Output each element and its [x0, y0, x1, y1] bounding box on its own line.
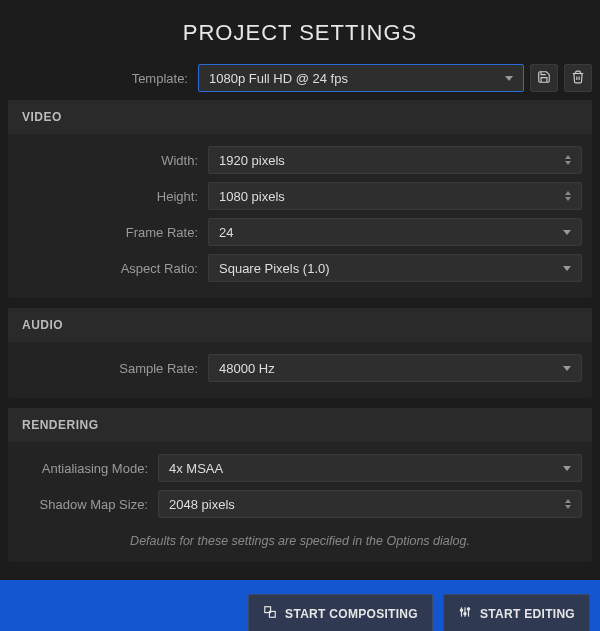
framerate-select[interactable]: 24 [208, 218, 582, 246]
samplerate-select[interactable]: 48000 Hz [208, 354, 582, 382]
rendering-header: RENDERING [8, 408, 592, 442]
video-section: VIDEO Width: 1920 pixels Height: 1080 pi… [8, 100, 592, 298]
chevron-down-icon [505, 76, 513, 81]
antialiasing-label: Antialiasing Mode: [18, 461, 158, 476]
height-label: Height: [18, 189, 208, 204]
footer-bar: START COMPOSITING START EDITING [0, 580, 600, 631]
editing-icon [458, 605, 472, 622]
start-compositing-label: START COMPOSITING [285, 607, 418, 621]
chevron-down-icon [563, 366, 571, 371]
svg-point-7 [467, 608, 469, 610]
rendering-hint: Defaults for these settings are specifie… [8, 526, 592, 554]
svg-point-5 [460, 609, 462, 611]
width-label: Width: [18, 153, 208, 168]
framerate-label: Frame Rate: [18, 225, 208, 240]
aspect-ratio-value: Square Pixels (1.0) [219, 261, 555, 276]
template-row: Template: 1080p Full HD @ 24 fps [8, 64, 592, 92]
svg-point-6 [464, 613, 466, 615]
start-editing-button[interactable]: START EDITING [443, 594, 590, 631]
start-editing-label: START EDITING [480, 607, 575, 621]
antialiasing-value: 4x MSAA [169, 461, 555, 476]
shadow-map-input[interactable]: 2048 pixels [158, 490, 582, 518]
chevron-down-icon [563, 266, 571, 271]
spinner-icon [565, 155, 571, 165]
rendering-section: RENDERING Antialiasing Mode: 4x MSAA Sha… [8, 408, 592, 562]
video-header: VIDEO [8, 100, 592, 134]
antialiasing-select[interactable]: 4x MSAA [158, 454, 582, 482]
audio-header: AUDIO [8, 308, 592, 342]
spinner-icon [565, 499, 571, 509]
aspect-ratio-select[interactable]: Square Pixels (1.0) [208, 254, 582, 282]
spinner-icon [565, 191, 571, 201]
save-template-button[interactable] [530, 64, 558, 92]
width-value: 1920 pixels [219, 153, 557, 168]
template-value: 1080p Full HD @ 24 fps [209, 71, 497, 86]
width-input[interactable]: 1920 pixels [208, 146, 582, 174]
template-select[interactable]: 1080p Full HD @ 24 fps [198, 64, 524, 92]
chevron-down-icon [563, 230, 571, 235]
height-input[interactable]: 1080 pixels [208, 182, 582, 210]
start-compositing-button[interactable]: START COMPOSITING [248, 594, 433, 631]
samplerate-label: Sample Rate: [18, 361, 208, 376]
framerate-value: 24 [219, 225, 555, 240]
height-value: 1080 pixels [219, 189, 557, 204]
template-label: Template: [8, 71, 198, 86]
page-title: PROJECT SETTINGS [8, 20, 592, 46]
aspect-ratio-label: Aspect Ratio: [18, 261, 208, 276]
shadow-map-label: Shadow Map Size: [18, 497, 158, 512]
trash-icon [571, 70, 585, 87]
delete-template-button[interactable] [564, 64, 592, 92]
audio-section: AUDIO Sample Rate: 48000 Hz [8, 308, 592, 398]
save-icon [537, 70, 551, 87]
chevron-down-icon [563, 466, 571, 471]
compositing-icon [263, 605, 277, 622]
shadow-map-value: 2048 pixels [169, 497, 557, 512]
samplerate-value: 48000 Hz [219, 361, 555, 376]
